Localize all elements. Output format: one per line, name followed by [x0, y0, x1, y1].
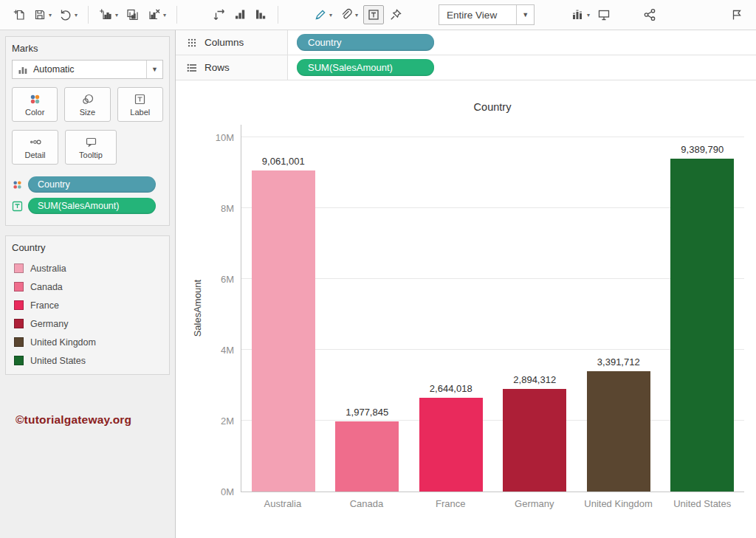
sidebar: Marks Automatic ▼ Color Size: [0, 30, 176, 538]
share-button[interactable]: [641, 5, 659, 24]
bar-value-label: 2,894,312: [513, 374, 556, 385]
save-caret-icon: ▾: [49, 12, 52, 18]
marks-card: Marks Automatic ▼ Color Size: [5, 36, 170, 226]
color-shelf-icon: [12, 179, 23, 190]
marks-pill-country[interactable]: Country: [28, 176, 156, 193]
rows-shelf-label: Rows: [176, 55, 288, 80]
bar-united-kingdom[interactable]: [587, 371, 650, 492]
new-data-source-icon: [13, 8, 26, 21]
mark-type-value: Automatic: [33, 64, 146, 75]
presentation-mode-button[interactable]: [595, 5, 613, 24]
x-axis-label[interactable]: United States: [673, 497, 731, 511]
legend-item[interactable]: France: [12, 296, 163, 314]
new-worksheet-icon: [99, 8, 113, 21]
rows-pill-sum-salesamount[interactable]: SUM(SalesAmount): [297, 59, 434, 76]
mark-type-selector[interactable]: Automatic ▼: [12, 60, 163, 79]
color-button-label: Color: [25, 108, 44, 117]
detail-icon: [29, 136, 41, 148]
fit-selector[interactable]: Entire View ▼: [439, 4, 535, 25]
legend-items: AustraliaCanadaFranceGermanyUnited Kingd…: [12, 259, 163, 370]
fit-selector-value: Entire View: [439, 10, 516, 21]
new-data-source-button[interactable]: [10, 5, 28, 24]
bar-canada[interactable]: [335, 421, 399, 492]
x-axis-label[interactable]: Canada: [350, 497, 384, 511]
columns-shelf[interactable]: Columns Country: [176, 30, 756, 55]
legend-item[interactable]: Canada: [12, 277, 163, 296]
legend-item[interactable]: United States: [12, 351, 163, 370]
bar-germany[interactable]: [503, 389, 566, 492]
show-me-flag-icon: [730, 8, 743, 21]
columns-shelf-label: Columns: [176, 30, 288, 55]
rows-shelf-text: Rows: [205, 62, 230, 73]
label-button-label: Label: [130, 108, 150, 117]
legend-item[interactable]: Australia: [12, 259, 163, 277]
worksheet-area: Columns Country Rows SUM(SalesAmount) Co…: [176, 30, 756, 538]
x-axis-label[interactable]: United Kingdom: [584, 497, 653, 511]
toolbar-divider: [88, 6, 89, 24]
detail-button[interactable]: Detail: [12, 130, 58, 165]
clear-sheet-button[interactable]: ▾: [145, 5, 168, 24]
y-axis-title[interactable]: SalesAmount: [192, 280, 203, 337]
legend-item[interactable]: United Kingdom: [12, 333, 163, 351]
legend-label: Canada: [30, 282, 63, 292]
group-members-button[interactable]: ▾: [337, 5, 360, 24]
size-button[interactable]: Size: [64, 87, 110, 122]
clear-sheet-caret-icon: ▾: [163, 12, 166, 18]
duplicate-sheet-button[interactable]: [123, 5, 142, 24]
toolbar: ▾ ▾ ▾ ▾ ▾: [0, 0, 756, 30]
undo-icon: [59, 8, 72, 21]
legend-swatch: [14, 356, 24, 365]
bar-france[interactable]: [419, 398, 483, 492]
new-worksheet-button[interactable]: ▾: [97, 5, 120, 24]
sort-descending-icon: [254, 8, 267, 21]
clear-sheet-icon: [147, 8, 161, 21]
paperclip-icon: [340, 8, 353, 21]
x-axis-label[interactable]: Australia: [264, 497, 302, 511]
marks-pill-sum-salesamount[interactable]: SUM(SalesAmount): [28, 198, 156, 214]
legend-item[interactable]: Germany: [12, 314, 163, 333]
plot-area[interactable]: 9,061,0011,977,8452,644,0182,894,3123,39…: [241, 125, 744, 492]
sort-ascending-button[interactable]: [231, 5, 249, 24]
highlight-button[interactable]: ▾: [312, 5, 334, 24]
save-button[interactable]: ▾: [31, 5, 54, 24]
chart-area: Country SalesAmount 0M2M4M6M8M10M 9,061,…: [176, 80, 756, 538]
fix-axes-button[interactable]: [387, 5, 405, 24]
show-me-button[interactable]: [728, 5, 746, 24]
label-button[interactable]: Label: [117, 87, 163, 122]
legend-label: United States: [30, 356, 86, 366]
undo-caret-icon: ▾: [75, 12, 78, 18]
detail-button-label: Detail: [24, 151, 45, 159]
columns-shelf-text: Columns: [205, 37, 244, 48]
columns-pill-country[interactable]: Country: [297, 34, 434, 51]
bar-value-label: 3,391,712: [597, 356, 640, 368]
size-icon: [81, 93, 94, 106]
marks-pill-sum-salesamount-label: SUM(SalesAmount): [38, 201, 119, 211]
tooltip-button[interactable]: Tooltip: [65, 130, 117, 165]
size-button-label: Size: [80, 108, 95, 117]
x-axis-label[interactable]: Germany: [515, 497, 554, 511]
y-axis[interactable]: 0M2M4M6M8M10M: [207, 125, 241, 492]
legend-swatch: [14, 319, 24, 328]
y-tick-label: 4M: [221, 345, 234, 356]
undo-redo-button[interactable]: ▾: [57, 5, 80, 24]
y-tick-label: 8M: [221, 203, 234, 215]
toolbar-divider: [278, 6, 278, 24]
swap-axes-button[interactable]: [210, 5, 228, 24]
mark-labels-button[interactable]: ▾: [568, 5, 592, 24]
mark-type-chart-icon: [18, 64, 28, 75]
bar-united-states[interactable]: [670, 159, 734, 492]
legend-swatch: [14, 282, 24, 292]
bar-australia[interactable]: [252, 170, 315, 492]
sort-descending-button[interactable]: [252, 5, 269, 24]
rows-shelf[interactable]: Rows SUM(SalesAmount): [176, 55, 756, 80]
pin-icon: [389, 8, 402, 21]
mark-labels-chart-icon: [571, 8, 585, 21]
y-tick-label: 10M: [216, 132, 234, 144]
x-axis-label[interactable]: France: [436, 497, 465, 511]
color-button[interactable]: Color: [12, 87, 58, 122]
toolbar-divider: [176, 6, 177, 24]
tableau-window: ▾ ▾ ▾ ▾ ▾: [0, 0, 756, 538]
bar-value-label: 2,644,018: [430, 383, 472, 394]
rows-icon: [186, 63, 198, 73]
show-mark-labels-toggle[interactable]: [363, 5, 384, 24]
